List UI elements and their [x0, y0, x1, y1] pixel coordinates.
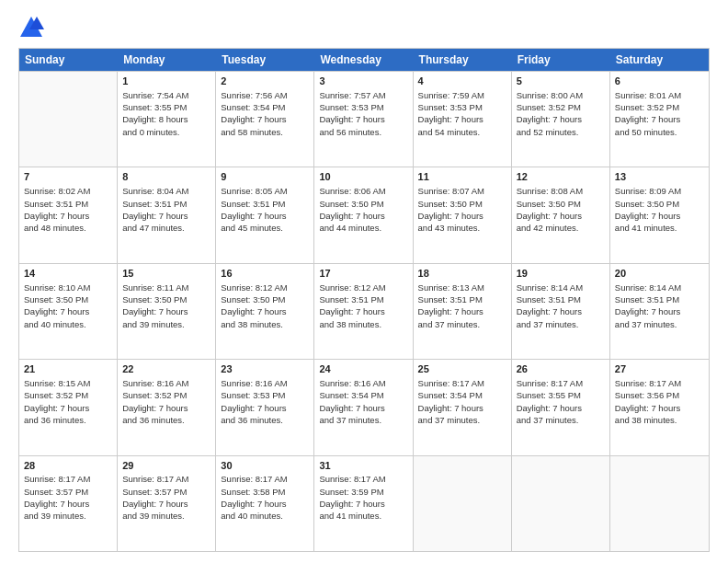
day-info: Sunrise: 8:14 AM Sunset: 3:51 PM Dayligh… — [517, 282, 605, 330]
day-info: Sunrise: 8:17 AM Sunset: 3:59 PM Dayligh… — [319, 473, 407, 522]
day-number: 29 — [122, 459, 210, 473]
day-info: Sunrise: 8:07 AM Sunset: 3:50 PM Dayligh… — [418, 185, 506, 234]
day-cell-10: 10Sunrise: 8:06 AM Sunset: 3:50 PM Dayli… — [314, 167, 413, 262]
day-info: Sunrise: 7:56 AM Sunset: 3:54 PM Dayligh… — [221, 89, 309, 138]
calendar-header: SundayMondayTuesdayWednesdayThursdayFrid… — [19, 49, 709, 71]
day-number: 27 — [615, 362, 704, 376]
logo-icon — [18, 15, 44, 40]
day-number: 23 — [221, 362, 309, 376]
day-cell-22: 22Sunrise: 8:16 AM Sunset: 3:52 PM Dayli… — [118, 360, 216, 454]
day-number: 14 — [24, 267, 112, 281]
day-cell-empty — [610, 456, 709, 551]
day-cell-24: 24Sunrise: 8:16 AM Sunset: 3:54 PM Dayli… — [314, 360, 413, 454]
day-number: 28 — [24, 459, 112, 473]
day-number: 10 — [319, 170, 407, 184]
day-number: 25 — [418, 362, 506, 376]
day-number: 19 — [517, 267, 605, 281]
day-number: 16 — [221, 267, 309, 281]
day-info: Sunrise: 8:14 AM Sunset: 3:51 PM Dayligh… — [615, 282, 704, 330]
day-cell-17: 17Sunrise: 8:12 AM Sunset: 3:51 PM Dayli… — [314, 264, 413, 359]
day-number: 15 — [122, 267, 210, 281]
day-number: 11 — [418, 170, 506, 184]
calendar-row-3: 14Sunrise: 8:10 AM Sunset: 3:50 PM Dayli… — [19, 263, 709, 359]
day-number: 13 — [615, 170, 704, 184]
day-info: Sunrise: 8:17 AM Sunset: 3:58 PM Dayligh… — [221, 473, 309, 522]
day-info: Sunrise: 8:17 AM Sunset: 3:55 PM Dayligh… — [517, 377, 605, 426]
day-cell-30: 30Sunrise: 8:17 AM Sunset: 3:58 PM Dayli… — [216, 456, 314, 551]
day-number: 9 — [221, 170, 309, 184]
day-number: 30 — [221, 459, 309, 473]
logo — [18, 15, 48, 40]
day-cell-13: 13Sunrise: 8:09 AM Sunset: 3:50 PM Dayli… — [610, 167, 709, 262]
day-cell-2: 2Sunrise: 7:56 AM Sunset: 3:54 PM Daylig… — [216, 72, 314, 167]
day-cell-20: 20Sunrise: 8:14 AM Sunset: 3:51 PM Dayli… — [610, 264, 709, 359]
day-info: Sunrise: 7:57 AM Sunset: 3:53 PM Dayligh… — [319, 89, 407, 138]
header-day-friday: Friday — [512, 49, 610, 71]
day-cell-27: 27Sunrise: 8:17 AM Sunset: 3:56 PM Dayli… — [610, 360, 709, 454]
day-cell-19: 19Sunrise: 8:14 AM Sunset: 3:51 PM Dayli… — [512, 264, 610, 359]
day-cell-29: 29Sunrise: 8:17 AM Sunset: 3:57 PM Dayli… — [118, 456, 216, 551]
day-info: Sunrise: 8:16 AM Sunset: 3:54 PM Dayligh… — [319, 377, 407, 426]
day-info: Sunrise: 7:59 AM Sunset: 3:53 PM Dayligh… — [418, 89, 506, 138]
header-day-sunday: Sunday — [19, 49, 118, 71]
day-cell-14: 14Sunrise: 8:10 AM Sunset: 3:50 PM Dayli… — [19, 264, 118, 359]
day-info: Sunrise: 8:09 AM Sunset: 3:50 PM Dayligh… — [615, 185, 704, 234]
header-day-wednesday: Wednesday — [314, 49, 413, 71]
day-info: Sunrise: 8:10 AM Sunset: 3:50 PM Dayligh… — [24, 282, 112, 330]
day-info: Sunrise: 8:01 AM Sunset: 3:52 PM Dayligh… — [615, 89, 704, 138]
day-info: Sunrise: 8:16 AM Sunset: 3:52 PM Dayligh… — [122, 377, 210, 426]
day-number: 31 — [319, 459, 407, 473]
header — [18, 15, 710, 40]
day-cell-empty — [19, 72, 118, 167]
calendar-body: 1Sunrise: 7:54 AM Sunset: 3:55 PM Daylig… — [19, 71, 709, 551]
day-cell-4: 4Sunrise: 7:59 AM Sunset: 3:53 PM Daylig… — [414, 72, 512, 167]
day-cell-21: 21Sunrise: 8:15 AM Sunset: 3:52 PM Dayli… — [19, 360, 118, 454]
day-number: 7 — [24, 170, 112, 184]
day-info: Sunrise: 8:06 AM Sunset: 3:50 PM Dayligh… — [319, 185, 407, 234]
day-info: Sunrise: 8:12 AM Sunset: 3:51 PM Dayligh… — [319, 282, 407, 330]
day-info: Sunrise: 8:16 AM Sunset: 3:53 PM Dayligh… — [221, 377, 309, 426]
calendar-row-4: 21Sunrise: 8:15 AM Sunset: 3:52 PM Dayli… — [19, 359, 709, 454]
day-info: Sunrise: 8:17 AM Sunset: 3:57 PM Dayligh… — [24, 473, 112, 522]
day-number: 3 — [319, 75, 407, 88]
day-info: Sunrise: 7:54 AM Sunset: 3:55 PM Dayligh… — [122, 89, 210, 138]
header-day-saturday: Saturday — [610, 49, 709, 71]
day-cell-3: 3Sunrise: 7:57 AM Sunset: 3:53 PM Daylig… — [314, 72, 413, 167]
calendar-row-1: 1Sunrise: 7:54 AM Sunset: 3:55 PM Daylig… — [19, 71, 709, 167]
day-number: 6 — [615, 75, 704, 88]
day-info: Sunrise: 8:08 AM Sunset: 3:50 PM Dayligh… — [517, 185, 605, 234]
day-number: 22 — [122, 362, 210, 376]
calendar-row-5: 28Sunrise: 8:17 AM Sunset: 3:57 PM Dayli… — [19, 455, 709, 551]
header-day-tuesday: Tuesday — [216, 49, 314, 71]
day-cell-11: 11Sunrise: 8:07 AM Sunset: 3:50 PM Dayli… — [414, 167, 512, 262]
day-cell-1: 1Sunrise: 7:54 AM Sunset: 3:55 PM Daylig… — [118, 72, 216, 167]
day-cell-18: 18Sunrise: 8:13 AM Sunset: 3:51 PM Dayli… — [414, 264, 512, 359]
calendar: SundayMondayTuesdayWednesdayThursdayFrid… — [18, 48, 710, 552]
day-cell-31: 31Sunrise: 8:17 AM Sunset: 3:59 PM Dayli… — [314, 456, 413, 551]
day-number: 17 — [319, 267, 407, 281]
day-cell-26: 26Sunrise: 8:17 AM Sunset: 3:55 PM Dayli… — [512, 360, 610, 454]
day-cell-empty — [414, 456, 512, 551]
day-info: Sunrise: 8:04 AM Sunset: 3:51 PM Dayligh… — [122, 185, 210, 234]
day-number: 21 — [24, 362, 112, 376]
day-info: Sunrise: 8:05 AM Sunset: 3:51 PM Dayligh… — [221, 185, 309, 234]
day-cell-6: 6Sunrise: 8:01 AM Sunset: 3:52 PM Daylig… — [610, 72, 709, 167]
day-info: Sunrise: 8:17 AM Sunset: 3:56 PM Dayligh… — [615, 377, 704, 426]
day-info: Sunrise: 8:00 AM Sunset: 3:52 PM Dayligh… — [517, 89, 605, 138]
header-day-thursday: Thursday — [414, 49, 512, 71]
day-cell-23: 23Sunrise: 8:16 AM Sunset: 3:53 PM Dayli… — [216, 360, 314, 454]
header-day-monday: Monday — [118, 49, 216, 71]
day-number: 8 — [122, 170, 210, 184]
day-cell-7: 7Sunrise: 8:02 AM Sunset: 3:51 PM Daylig… — [19, 167, 118, 262]
day-info: Sunrise: 8:12 AM Sunset: 3:50 PM Dayligh… — [221, 282, 309, 330]
day-cell-12: 12Sunrise: 8:08 AM Sunset: 3:50 PM Dayli… — [512, 167, 610, 262]
day-number: 12 — [517, 170, 605, 184]
day-cell-15: 15Sunrise: 8:11 AM Sunset: 3:50 PM Dayli… — [118, 264, 216, 359]
day-number: 2 — [221, 75, 309, 88]
page: SundayMondayTuesdayWednesdayThursdayFrid… — [0, 0, 728, 563]
day-info: Sunrise: 8:17 AM Sunset: 3:57 PM Dayligh… — [122, 473, 210, 522]
day-cell-9: 9Sunrise: 8:05 AM Sunset: 3:51 PM Daylig… — [216, 167, 314, 262]
day-info: Sunrise: 8:17 AM Sunset: 3:54 PM Dayligh… — [418, 377, 506, 426]
day-cell-8: 8Sunrise: 8:04 AM Sunset: 3:51 PM Daylig… — [118, 167, 216, 262]
day-cell-5: 5Sunrise: 8:00 AM Sunset: 3:52 PM Daylig… — [512, 72, 610, 167]
